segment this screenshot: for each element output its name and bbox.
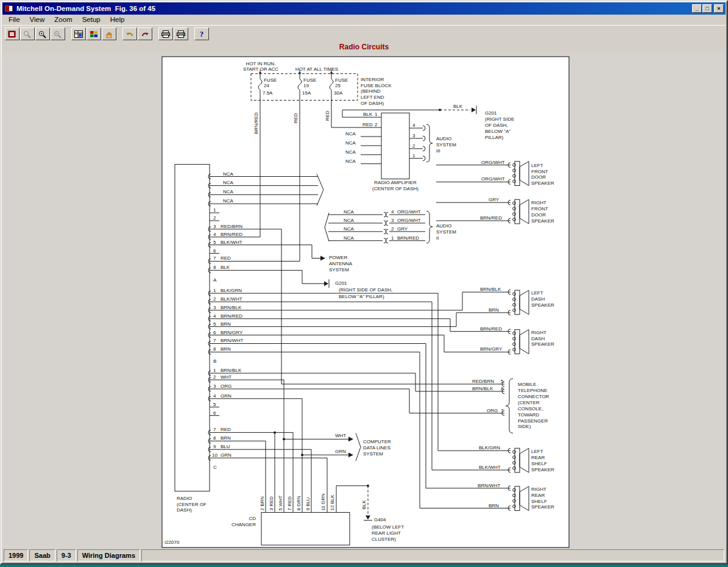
rd-name-3: SPEAKER <box>531 341 554 347</box>
rrs-name-4: SPEAKER <box>531 505 554 510</box>
amp-pin1: 1 <box>375 112 378 117</box>
pinC1-wire: BRN/BLK <box>221 368 242 373</box>
enhanced-view-button[interactable] <box>71 27 86 40</box>
amp-out-1: 1 <box>412 153 415 159</box>
cd-name-2: CHANGER <box>231 522 256 527</box>
menu-zoom[interactable]: Zoom <box>49 15 77 24</box>
pinB6: 6 <box>213 330 216 335</box>
menu-help[interactable]: Help <box>105 15 130 24</box>
undo-button[interactable] <box>122 27 137 40</box>
mob-pin-5: 5 <box>501 379 504 384</box>
pinC6: 6 <box>213 410 216 416</box>
rrs-name-1: RIGHT <box>531 487 546 492</box>
hot-in-run-1: HOT IN RUN, <box>246 61 276 66</box>
pinA1: 1 <box>213 207 216 213</box>
pinC3: 3 <box>213 383 216 389</box>
menu-view[interactable]: View <box>25 15 50 24</box>
ld-name-3: SPEAKER <box>531 302 554 308</box>
conn-C: C <box>213 465 217 470</box>
zoom-page-button[interactable] <box>20 27 35 40</box>
close-button[interactable]: × <box>714 4 724 13</box>
g201-top-2: (RIGHT SIDE <box>485 116 514 122</box>
cd-pin-11: 11 GRN <box>320 493 326 510</box>
cd-pin-8: 8 GRN <box>296 496 302 511</box>
audio2-3: II <box>436 235 439 241</box>
amp-out-3: 3 <box>412 133 415 138</box>
print-button[interactable] <box>158 27 173 40</box>
zoom-page-icon <box>23 30 32 38</box>
lf-name-3: DOOR <box>531 174 546 180</box>
mob-pin-7: 7 <box>501 408 504 413</box>
g404-4: CLUSTER) <box>372 537 396 542</box>
amp-out-4: 4 <box>412 123 415 128</box>
g404-name: G404 <box>374 517 386 522</box>
pwr-ant-2: ANTENNA <box>329 261 353 266</box>
zoom-in-button[interactable] <box>35 27 50 40</box>
a2-nca-1: NCA <box>344 209 355 215</box>
hot-at-all-times: HOT AT ALL TIMES <box>295 66 338 72</box>
amp-name-2: (CENTER OF DASH) <box>372 186 419 191</box>
audio3-3: III <box>436 148 440 154</box>
minimize-button[interactable]: _ <box>692 4 702 13</box>
pan-hand-icon <box>104 30 114 38</box>
help-button[interactable]: ? <box>194 27 209 40</box>
book-icon <box>7 30 17 38</box>
rrs-wire-2: BRN <box>489 503 499 508</box>
fuse19-title: FUSE <box>303 77 316 83</box>
a2-nca-3: NCA <box>344 226 355 232</box>
lrs-wire-2: BLK/WHT <box>479 465 501 470</box>
g201-top-5: PILLAR) <box>485 135 504 140</box>
fuse19-number: 19 <box>303 83 309 88</box>
maximize-button[interactable]: □ <box>702 4 712 13</box>
pinC9-wire: BLU <box>221 444 230 449</box>
amp-out-2: 2 <box>412 143 415 149</box>
amp-nca-2: NCA <box>345 140 356 146</box>
minimize-icon: _ <box>695 5 698 12</box>
rd-name-2: DASH <box>531 336 545 341</box>
toolbar: ? <box>2 25 726 42</box>
rd-wire-2: BRN/GRY <box>480 346 503 352</box>
radio-name-3: DASH) <box>177 507 192 513</box>
app-icon <box>4 4 14 13</box>
fuse-block-2: FUSE BLOCK <box>361 83 392 88</box>
figure-list-button[interactable] <box>5 27 19 40</box>
radio-name-2: (CENTER OF <box>177 502 207 507</box>
fuse19-rating: 15A <box>302 91 311 96</box>
wire-brnred-vert: BRN/RED <box>253 112 259 134</box>
pan-button[interactable] <box>102 27 116 40</box>
g201-mid-2: (RIGHT SIDE OF DASH, <box>339 287 392 293</box>
audio3-1: AUDIO <box>436 136 451 141</box>
lrs-name-4: SPEAKER <box>531 467 554 472</box>
g201-mid-name: G201 <box>335 280 347 286</box>
cd-pin-2: 2 BRN <box>260 496 265 511</box>
g201-top-3: OF DASH, <box>485 123 508 128</box>
rf-name-1: RIGHT <box>531 200 546 205</box>
color-key-button[interactable] <box>87 27 101 40</box>
mob-wire-1: RED/BRN <box>472 379 494 384</box>
wiring-diagram[interactable]: HOT IN RUN,START OR ACCHOT AT ALL TIMESF… <box>2 52 726 549</box>
redo-button[interactable] <box>138 27 152 40</box>
pinB6-wire: BRN/GRY <box>221 330 243 335</box>
amp-nca-3: NCA <box>345 149 356 155</box>
zoom-out-button[interactable] <box>51 27 65 40</box>
rrs-name-3: SHELF <box>531 499 547 504</box>
print-options-button[interactable] <box>174 27 188 40</box>
zoom-out-icon <box>53 30 63 38</box>
menu-file[interactable]: File <box>4 15 25 24</box>
wire-red-vert-1: RED <box>293 113 299 123</box>
cdl-name-3: SYSTEM <box>363 451 383 457</box>
mob-pin-8: 8 <box>501 386 504 391</box>
menu-setup[interactable]: Setup <box>77 15 105 24</box>
audio2-1: AUDIO <box>436 223 451 229</box>
cd-changer-box <box>261 512 350 545</box>
window-title: Mitchell On-Demand System Fig. 36 of 45 <box>16 5 690 12</box>
g201-mid-3: BELOW "A" PILLAR) <box>339 294 384 299</box>
pinA4-wire: BRN/RED <box>221 232 242 237</box>
g201-top-name: G201 <box>485 110 497 116</box>
audio2-2: SYSTEM <box>436 229 456 235</box>
pinB5-wire: BRN <box>221 321 231 327</box>
figure-title-bar: Radio Circuits <box>2 42 726 52</box>
a2-nca-4: NCA <box>344 235 355 241</box>
title-bar[interactable]: Mitchell On-Demand System Fig. 36 of 45 … <box>2 2 726 15</box>
pinA7: 7 <box>213 256 216 262</box>
